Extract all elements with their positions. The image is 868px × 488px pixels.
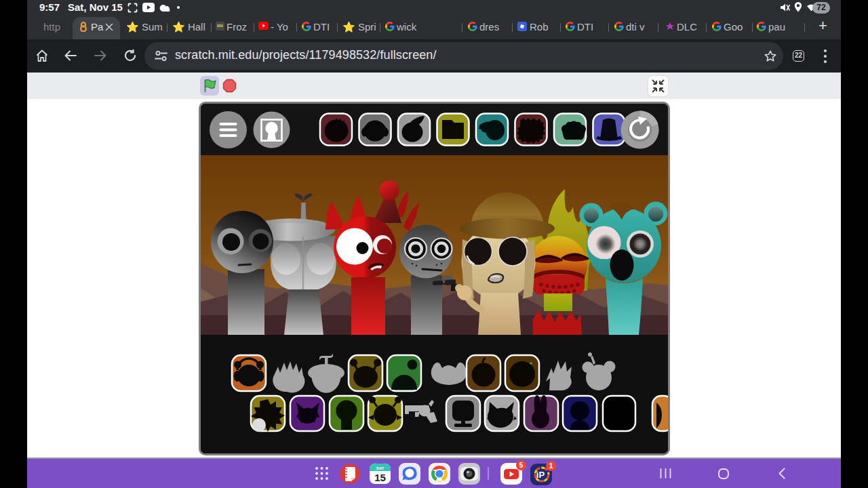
svg-text:15: 15	[374, 472, 386, 483]
svg-text:iP: iP	[536, 470, 545, 480]
svg-text:SAT: SAT	[376, 466, 384, 470]
